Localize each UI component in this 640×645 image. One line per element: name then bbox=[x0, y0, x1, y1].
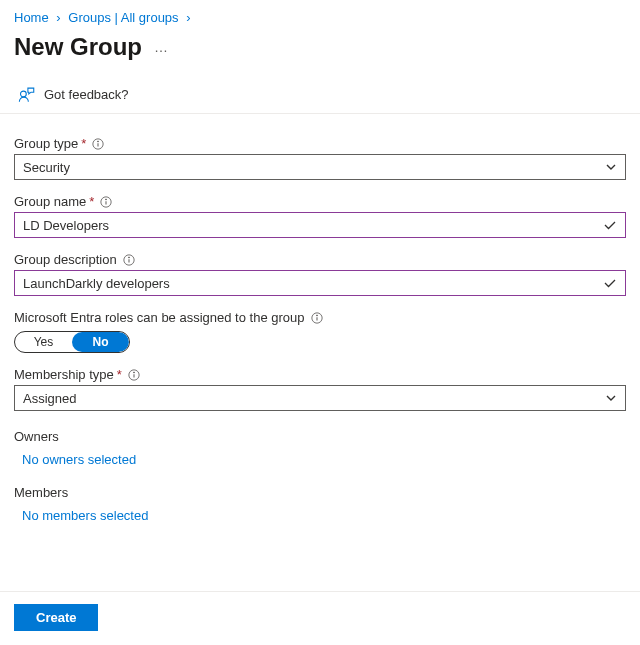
create-button[interactable]: Create bbox=[14, 604, 98, 631]
svg-point-6 bbox=[106, 198, 107, 199]
chevron-right-icon: › bbox=[186, 10, 190, 25]
chevron-right-icon: › bbox=[56, 10, 60, 25]
toggle-option-yes[interactable]: Yes bbox=[15, 332, 72, 352]
required-marker: * bbox=[81, 136, 86, 151]
svg-point-0 bbox=[21, 91, 27, 97]
membership-type-select[interactable]: Assigned bbox=[14, 385, 626, 411]
roles-toggle-label: Microsoft Entra roles can be assigned to… bbox=[14, 310, 626, 325]
form-area: Group type * Security Group name * LD De… bbox=[0, 114, 640, 523]
feedback-label: Got feedback? bbox=[44, 87, 129, 102]
group-type-label: Group type * bbox=[14, 136, 626, 151]
required-marker: * bbox=[89, 194, 94, 209]
group-name-label: Group name * bbox=[14, 194, 626, 209]
breadcrumb-groups[interactable]: Groups | All groups bbox=[68, 10, 178, 25]
footer-bar: Create bbox=[0, 591, 640, 645]
group-desc-value: LaunchDarkly developers bbox=[23, 276, 170, 291]
breadcrumb-home[interactable]: Home bbox=[14, 10, 49, 25]
group-name-input[interactable]: LD Developers bbox=[14, 212, 626, 238]
group-desc-input[interactable]: LaunchDarkly developers bbox=[14, 270, 626, 296]
info-icon[interactable] bbox=[311, 312, 323, 324]
group-type-value: Security bbox=[23, 160, 70, 175]
members-link[interactable]: No members selected bbox=[22, 508, 148, 523]
svg-point-9 bbox=[128, 256, 129, 257]
group-type-select[interactable]: Security bbox=[14, 154, 626, 180]
membership-type-label: Membership type * bbox=[14, 367, 626, 382]
toggle-option-no[interactable]: No bbox=[72, 332, 129, 352]
person-feedback-icon bbox=[18, 85, 36, 103]
owners-link[interactable]: No owners selected bbox=[22, 452, 136, 467]
svg-point-12 bbox=[316, 314, 317, 315]
roles-toggle[interactable]: Yes No bbox=[14, 331, 130, 353]
svg-point-3 bbox=[98, 140, 99, 141]
group-name-value: LD Developers bbox=[23, 218, 109, 233]
breadcrumb: Home › Groups | All groups › bbox=[0, 0, 640, 29]
info-icon[interactable] bbox=[92, 138, 104, 150]
feedback-bar[interactable]: Got feedback? bbox=[0, 75, 640, 114]
checkmark-icon bbox=[603, 276, 617, 290]
info-icon[interactable] bbox=[123, 254, 135, 266]
chevron-down-icon bbox=[605, 392, 617, 404]
more-menu-icon[interactable]: … bbox=[154, 39, 168, 55]
group-desc-label: Group description bbox=[14, 252, 626, 267]
owners-title: Owners bbox=[14, 429, 626, 444]
page-title: New Group bbox=[14, 33, 142, 61]
page-title-row: New Group … bbox=[0, 29, 640, 75]
members-title: Members bbox=[14, 485, 626, 500]
info-icon[interactable] bbox=[128, 369, 140, 381]
required-marker: * bbox=[117, 367, 122, 382]
checkmark-icon bbox=[603, 218, 617, 232]
info-icon[interactable] bbox=[100, 196, 112, 208]
chevron-down-icon bbox=[605, 161, 617, 173]
membership-type-value: Assigned bbox=[23, 391, 76, 406]
svg-point-15 bbox=[133, 371, 134, 372]
